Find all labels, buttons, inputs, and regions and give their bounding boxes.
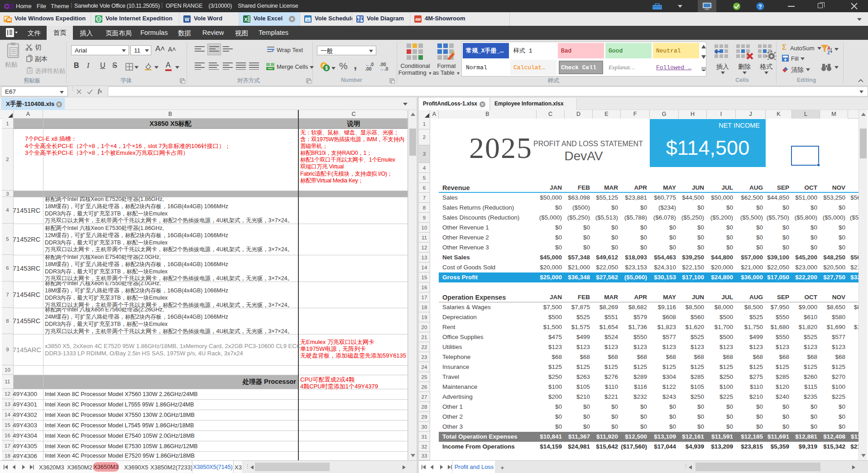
svg-text:Z: Z bbox=[827, 50, 830, 55]
svg-text:$: $ bbox=[325, 66, 328, 71]
